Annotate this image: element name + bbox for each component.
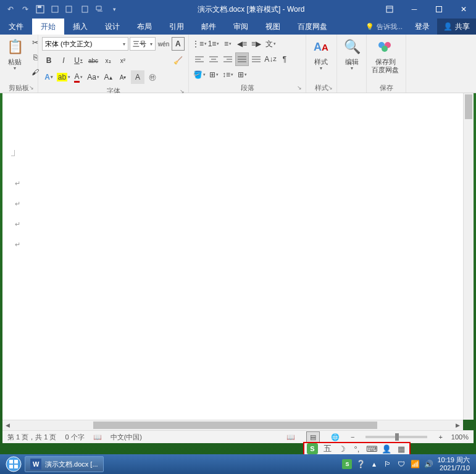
text-effects-button[interactable]: A▾	[42, 70, 56, 84]
asian-layout-button[interactable]: 文▾	[264, 37, 277, 51]
styles-button[interactable]: AA 样式 ▼	[309, 36, 333, 72]
ime-toolbar[interactable]: S 五 ☽ °, ⌨ 👤 ▦	[303, 442, 411, 455]
tab-view[interactable]: 视图	[257, 19, 289, 35]
page-info[interactable]: 第 1 页，共 1 页	[7, 433, 56, 442]
increase-indent-button[interactable]: ≡▶	[249, 37, 263, 51]
grow-font-button[interactable]: A▴	[101, 70, 115, 84]
paste-button[interactable]: 📋 粘贴 ▼	[2, 36, 27, 72]
snap-grid-button[interactable]: ⊞▾	[235, 68, 249, 81]
undo-button[interactable]: ↶	[4, 2, 17, 16]
language-status[interactable]: 中文(中国)	[111, 433, 142, 442]
tab-design[interactable]: 设计	[96, 19, 128, 35]
char-border-button[interactable]: A	[172, 37, 185, 51]
strikethrough-button[interactable]: abc	[86, 54, 100, 67]
sort-button[interactable]: A↓Z	[264, 52, 277, 66]
start-button[interactable]	[2, 455, 25, 473]
clear-formatting-button[interactable]: 🧹	[171, 54, 185, 67]
ime-person-icon[interactable]: 👤	[381, 444, 392, 454]
zoom-level[interactable]: 100%	[451, 433, 469, 441]
horizontal-scrollbar[interactable]: ◀ ▶	[2, 420, 463, 430]
tray-network-icon[interactable]: 📶	[410, 459, 420, 469]
ime-keyboard-icon[interactable]: ⌨	[366, 444, 377, 454]
qat-button-1[interactable]	[48, 2, 62, 16]
underline-button[interactable]: U▾	[72, 54, 85, 67]
save-baidu-button[interactable]: 保存到 百度网盘	[369, 36, 401, 75]
numbering-button[interactable]: 1≡▾	[207, 37, 220, 51]
align-justify-button[interactable]	[235, 52, 249, 66]
document-page[interactable]: ↵ ↵ ↵ ↵	[2, 93, 463, 420]
taskbar-app-word[interactable]: W 演示文档.docx [...	[25, 456, 104, 472]
zoom-out-button[interactable]: −	[351, 433, 354, 441]
ime-logo-icon[interactable]: S	[307, 443, 318, 454]
highlight-button[interactable]: ab▾	[57, 70, 70, 84]
vertical-scrollbar[interactable]	[463, 93, 474, 420]
tray-help-icon[interactable]: ❔	[356, 459, 365, 469]
ime-grid-icon[interactable]: ▦	[396, 444, 407, 454]
clipboard-launcher[interactable]: ↘	[29, 85, 34, 91]
font-size-select[interactable]: 三号▾	[130, 37, 156, 51]
subscript-button[interactable]: x₂	[101, 54, 115, 67]
italic-button[interactable]: I	[57, 54, 70, 67]
enclose-char-button[interactable]: ㊕	[146, 70, 159, 84]
redo-button[interactable]: ↷	[19, 2, 32, 16]
scroll-thumb[interactable]	[465, 94, 472, 119]
show-marks-button[interactable]: ¶	[278, 52, 291, 66]
word-count[interactable]: 0 个字	[65, 433, 84, 442]
scroll-right-button[interactable]: ▶	[453, 420, 463, 430]
tab-references[interactable]: 引用	[161, 19, 193, 35]
spell-check-icon[interactable]: 📖	[93, 433, 102, 441]
borders-button[interactable]: ⊞▾	[207, 68, 220, 81]
ribbon-display-button[interactable]	[377, 0, 402, 19]
tab-file[interactable]: 文件	[0, 19, 32, 35]
tray-volume-icon[interactable]: 🔊	[424, 459, 433, 469]
scroll-left-button[interactable]: ◀	[2, 420, 13, 430]
tray-shield-icon[interactable]: 🛡	[396, 459, 406, 469]
ime-punct-icon[interactable]: °,	[351, 444, 362, 454]
ime-moon-icon[interactable]: ☽	[336, 444, 348, 454]
align-distribute-button[interactable]	[249, 52, 263, 66]
login-button[interactable]: 登录	[407, 19, 437, 35]
qat-button-2[interactable]	[63, 2, 77, 16]
save-button[interactable]	[33, 2, 47, 16]
minimize-button[interactable]: ─	[402, 0, 427, 19]
styles-launcher[interactable]: ↘	[328, 85, 333, 91]
qat-customize-button[interactable]: ▾	[107, 2, 121, 16]
char-shading-button[interactable]: A	[131, 70, 144, 84]
tab-baidu[interactable]: 百度网盘	[289, 19, 336, 35]
font-color-button[interactable]: A▾	[72, 70, 85, 84]
tray-flag-icon[interactable]: 🏳	[383, 459, 393, 469]
tray-ime-icon[interactable]: S	[342, 459, 352, 469]
web-layout-button[interactable]: 🌐	[328, 431, 342, 443]
align-left-button[interactable]	[193, 52, 206, 66]
paragraph-launcher[interactable]: ↘	[297, 85, 302, 91]
tab-home[interactable]: 开始	[32, 19, 64, 35]
slider-handle[interactable]	[395, 433, 399, 441]
read-mode-button[interactable]: 📖	[284, 431, 298, 443]
ime-mode[interactable]: 五	[322, 443, 333, 454]
zoom-slider[interactable]	[365, 436, 427, 438]
close-button[interactable]: ✕	[451, 0, 476, 19]
qat-button-4[interactable]	[93, 2, 106, 16]
taskbar-clock[interactable]: 10:19 周六 2021/7/10	[433, 456, 474, 472]
align-right-button[interactable]	[221, 52, 235, 66]
change-case-button[interactable]: Aa▾	[86, 70, 100, 84]
line-spacing-button[interactable]: ↕≡▾	[221, 68, 235, 81]
scroll-thumb[interactable]	[93, 422, 377, 429]
editing-button[interactable]: 🔍 编辑 ▼	[340, 36, 364, 72]
tray-up-icon[interactable]: ▴	[369, 459, 379, 469]
tab-insert[interactable]: 插入	[64, 19, 96, 35]
shrink-font-button[interactable]: A▾	[116, 70, 130, 84]
tab-review[interactable]: 审阅	[225, 19, 257, 35]
print-layout-button[interactable]: ▤	[306, 431, 320, 443]
font-name-select[interactable]: 宋体 (中文正文)▾	[42, 37, 128, 51]
bold-button[interactable]: B	[42, 54, 56, 67]
tab-mailings[interactable]: 邮件	[193, 19, 225, 35]
zoom-in-button[interactable]: +	[438, 433, 442, 441]
share-button[interactable]: 👤共享	[437, 19, 476, 35]
tab-layout[interactable]: 布局	[128, 19, 161, 35]
superscript-button[interactable]: x²	[116, 54, 130, 67]
align-center-button[interactable]	[207, 52, 220, 66]
phonetic-guide-button[interactable]: wén	[157, 37, 170, 51]
shading-button[interactable]: 🪣▾	[193, 68, 206, 81]
tell-me-search[interactable]: 💡告诉我...	[361, 19, 407, 35]
